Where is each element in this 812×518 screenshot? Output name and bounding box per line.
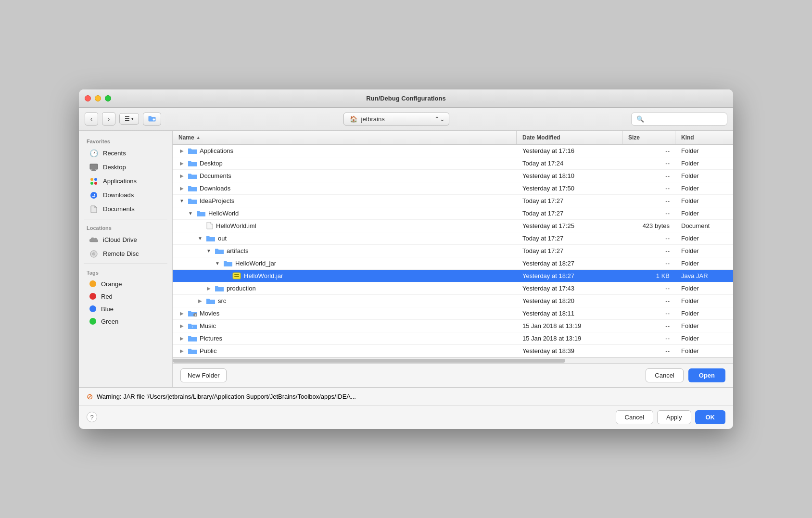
svg-point-8 [94,182,97,185]
sort-arrow-icon [196,135,201,140]
forward-button[interactable]: › [102,112,115,126]
view-menu-button[interactable]: ☰ ▾ [119,113,139,125]
file-row-movies[interactable]: ▶ Movies Yesterday at 18:11 -- Folder [173,307,733,320]
open-button[interactable]: Open [688,368,725,382]
file-row-desktop[interactable]: ▶ Desktop Today at 17:24 -- Folder [173,157,733,170]
file-row-helloworld[interactable]: ▼ HelloWorld Today at 17:27 -- Folder [173,207,733,220]
expand-icon[interactable]: ▶ [178,147,185,154]
sidebar-item-applications[interactable]: Applications [82,175,169,188]
expand-icon[interactable]: ▶ [205,285,212,291]
new-folder-button[interactable] [143,113,161,126]
file-row-ideaprojects[interactable]: ▼ IdeaProjects Today at 17:27 -- Folder [173,195,733,207]
close-button[interactable] [85,95,91,101]
help-button[interactable]: ? [87,412,97,422]
desktop-icon [89,163,98,172]
sidebar-downloads-label: Downloads [103,191,134,199]
ok-button[interactable]: OK [695,410,726,424]
file-row-out[interactable]: ▼ out Today at 17:27 -- Folder [173,232,733,245]
expand-icon[interactable]: ▼ [214,260,221,266]
sidebar-divider-1 [84,219,167,219]
file-kind: Folder [675,320,733,332]
expand-icon[interactable]: ▶ [178,347,185,354]
expand-icon[interactable]: ▼ [197,235,203,241]
expand-icon[interactable]: ▶ [178,160,185,166]
sidebar-item-remote-disc[interactable]: Remote Disc [82,247,169,261]
expand-icon[interactable]: ▶ [178,322,185,329]
folder-icon [188,310,197,316]
back-button[interactable]: ‹ [85,112,98,126]
expand-icon[interactable]: ▶ [178,310,185,316]
expand-icon[interactable]: ▼ [187,210,194,216]
column-header-date[interactable]: Date Modified [517,131,622,144]
sidebar-item-icloud[interactable]: iCloud Drive [82,233,169,247]
sidebar-item-recents[interactable]: 🕐 Recents [82,147,169,160]
file-row-applications[interactable]: ▶ Applications Yesterday at 17:16 -- Fol… [173,145,733,157]
new-folder-button[interactable]: New Folder [180,368,227,382]
back-icon: ‹ [90,115,93,123]
file-kind: Folder [675,195,733,207]
file-row-src[interactable]: ▶ src Yesterday at 18:20 -- Folder [173,295,733,307]
file-row-public[interactable]: ▶ Public Yesterday at 18:39 -- Folder [173,345,733,357]
cancel-button[interactable]: Cancel [646,368,683,382]
sidebar-item-tag-blue[interactable]: Blue [82,303,169,315]
warning-text: Warning: JAR file '/Users/jetbrains/Libr… [97,393,356,400]
minimize-button[interactable] [95,95,101,101]
file-kind: Folder [675,307,733,319]
sidebar-item-tag-orange[interactable]: Orange [82,278,169,290]
file-kind: Folder [675,295,733,307]
sidebar-item-tag-green[interactable]: Green [82,316,169,328]
maximize-button[interactable] [105,95,111,101]
file-row-music[interactable]: ▶ ♪ Music 15 Jan 2018 at 13:19 -- Folder [173,320,733,332]
expand-icon[interactable]: ▼ [178,197,185,204]
scrollbar-thumb[interactable] [173,359,565,363]
locations-section-label: Locations [79,222,172,233]
svg-rect-16 [234,274,239,275]
svg-rect-3 [92,169,95,170]
sidebar-item-tag-red[interactable]: Red [82,291,169,303]
main-window: Run/Debug Configurations ‹ › ☰ ▾ 🏠 [79,89,733,429]
sidebar-item-downloads[interactable]: Downloads [82,189,169,202]
expand-icon[interactable]: ▶ [178,172,185,179]
file-row-artifacts[interactable]: ▼ artifacts Today at 17:27 -- Folder [173,245,733,257]
file-row-downloads[interactable]: ▶ Downloads Yesterday at 17:50 -- Folder [173,182,733,195]
column-header-name[interactable]: Name [173,131,517,144]
file-row-production[interactable]: ▶ production Yesterday at 17:43 -- Folde… [173,282,733,295]
expand-icon[interactable]: ▶ [178,335,185,341]
search-icon: 🔍 [636,115,644,123]
warning-bar: ⊘ Warning: JAR file '/Users/jetbrains/Li… [79,387,733,405]
file-kind: Document [675,220,733,232]
file-name: HelloWorld.jar [244,272,283,279]
file-pane: Name Date Modified Size Kind ▶ [173,131,733,387]
file-row-helloworld-iml[interactable]: ▶ HelloWorld.iml Yesterday at 17:25 423 … [173,220,733,232]
file-row-pictures[interactable]: ▶ Pictures 15 Jan 2018 at 13:19 -- Folde… [173,332,733,345]
column-header-size[interactable]: Size [622,131,675,144]
file-name: Public [200,347,216,354]
file-date: 15 Jan 2018 at 13:19 [517,332,622,344]
expand-icon[interactable]: ▶ [178,185,185,191]
recents-icon: 🕐 [89,149,98,158]
main-content: Favorites 🕐 Recents Desktop Applications [79,131,733,387]
expand-icon[interactable]: ▶ [197,297,203,304]
dropdown-chevron-icon: ⌃⌄ [434,115,445,123]
sidebar-item-desktop[interactable]: Desktop [82,161,169,174]
file-row-helloworld-jar-folder[interactable]: ▼ HelloWorld_jar Yesterday at 18:27 -- F… [173,257,733,270]
apply-button[interactable]: Apply [657,410,691,424]
file-dialog-bottom-bar: New Folder Cancel Open [173,363,733,387]
folder-icon [215,285,224,291]
jar-file-icon [232,272,241,279]
sidebar-item-documents[interactable]: Documents [82,202,169,216]
file-size: -- [622,345,675,357]
file-row-helloworld-jar[interactable]: ▶ HelloWorld.jar Yesterday at 18:27 1 KB… [173,270,733,282]
column-header-kind[interactable]: Kind [675,131,733,144]
green-tag-dot [89,318,96,325]
file-row-documents[interactable]: ▶ Documents Yesterday at 18:10 -- Folder [173,170,733,182]
location-dropdown[interactable]: 🏠 jetbrains ⌃⌄ [343,113,449,126]
action-cancel-button[interactable]: Cancel [616,410,653,424]
file-name: Desktop [200,160,223,167]
window-title: Run/Debug Configurations [366,95,445,102]
search-bar[interactable]: 🔍 [631,113,727,126]
file-size: -- [622,182,675,194]
expand-icon[interactable]: ▼ [205,247,212,254]
horizontal-scrollbar[interactable] [173,357,733,363]
folder-icon [197,210,205,216]
